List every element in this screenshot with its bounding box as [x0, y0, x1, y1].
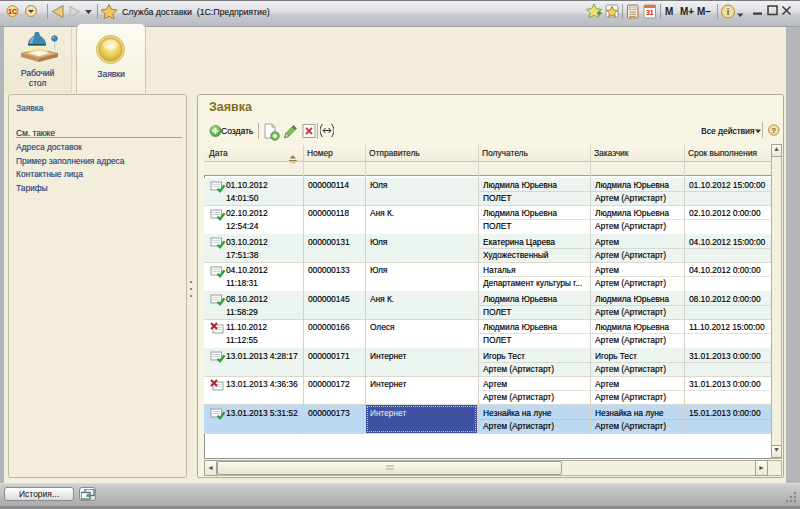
svg-text:i: i: [727, 7, 730, 17]
svg-text:1С: 1С: [8, 8, 17, 15]
svg-text:?: ?: [771, 126, 776, 135]
svg-text:31: 31: [646, 9, 654, 16]
svg-text:M+: M+: [680, 6, 694, 17]
svg-text:M: M: [665, 6, 673, 17]
svg-text:M–: M–: [697, 6, 711, 17]
